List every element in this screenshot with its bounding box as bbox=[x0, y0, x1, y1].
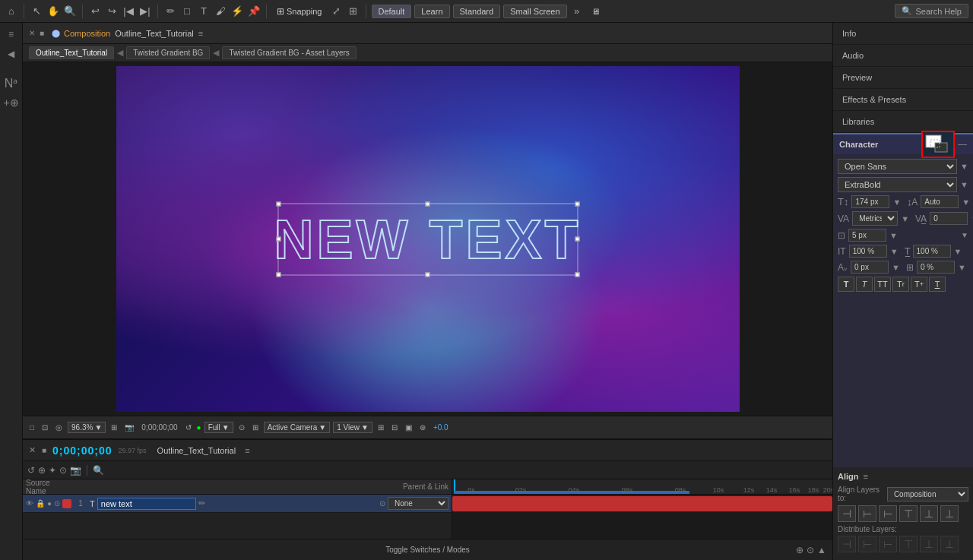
grid-icon[interactable]: ⊞ bbox=[347, 5, 360, 18]
small-screen-workspace-btn[interactable]: Small Screen bbox=[503, 5, 566, 18]
pen-tool[interactable]: ✏ bbox=[163, 5, 177, 18]
close-timeline-icon[interactable]: ✕ bbox=[29, 445, 36, 455]
leading-input[interactable] bbox=[921, 195, 959, 208]
breadcrumb-asset-layers[interactable]: Twisted Gradient BG - Asset Layers bbox=[222, 46, 356, 59]
handle-tr[interactable] bbox=[575, 201, 579, 206]
viewer-audio-btn[interactable]: ◎ bbox=[53, 422, 65, 432]
viewer-grid-btn[interactable]: ⊞ bbox=[376, 422, 386, 432]
tl-play-icon[interactable]: ↺ bbox=[27, 465, 35, 476]
text-tool[interactable]: T bbox=[197, 5, 211, 18]
zoom-dropdown[interactable]: 96.3% ▼ bbox=[68, 422, 106, 433]
text-smallcaps-btn[interactable]: Tr bbox=[892, 277, 909, 292]
vert-scale-input[interactable] bbox=[849, 245, 887, 258]
toggle-switches-btn[interactable]: Toggle Switches / Modes bbox=[385, 546, 470, 554]
parent-dropdown[interactable]: None bbox=[388, 497, 448, 510]
brush-tool[interactable]: 🖌 bbox=[214, 5, 227, 18]
workspace-btn[interactable]: ≡ bbox=[3, 26, 20, 43]
select-tool[interactable]: ↖ bbox=[30, 5, 43, 18]
standard-workspace-btn[interactable]: Standard bbox=[453, 5, 501, 18]
step-back-icon[interactable]: |◀ bbox=[122, 5, 135, 18]
audio-panel-item[interactable]: Audio bbox=[833, 45, 973, 67]
baseline-arrow[interactable]: ▼ bbox=[892, 263, 900, 272]
hand-tool[interactable]: ✋ bbox=[46, 5, 60, 18]
viewer-snap-btn[interactable]: □ bbox=[27, 422, 36, 432]
viewer-render-btn2[interactable]: ▣ bbox=[403, 422, 414, 432]
baseline-shift-input[interactable] bbox=[851, 261, 889, 274]
quality-dropdown[interactable]: Full ▼ bbox=[204, 422, 233, 433]
undo-icon[interactable]: ↩ bbox=[88, 5, 102, 18]
more-workspaces-icon[interactable]: » bbox=[570, 5, 584, 18]
align-menu-icon[interactable]: ≡ bbox=[864, 472, 868, 481]
collapse-icon[interactable]: ◀ bbox=[3, 46, 20, 62]
handle-br[interactable] bbox=[575, 272, 579, 277]
text-bold-btn[interactable]: T bbox=[838, 277, 854, 292]
reset-view-btn[interactable]: ⊞ bbox=[109, 422, 119, 432]
breadcrumb-outline[interactable]: Outline_Text_Tutorial bbox=[29, 46, 114, 59]
viewer-icon2[interactable]: ⊞ bbox=[250, 422, 261, 432]
stroke-type-dropdown[interactable]: ▼ bbox=[961, 231, 968, 239]
pin-tool[interactable]: 📌 bbox=[247, 5, 261, 18]
layer-options-btn[interactable]: ⊙ bbox=[807, 545, 814, 555]
align-to-dropdown[interactable]: Composition bbox=[887, 487, 968, 501]
redo-icon[interactable]: ↪ bbox=[105, 5, 119, 18]
layer-edit-icon[interactable]: ✏ bbox=[198, 498, 205, 508]
effects-presets-panel-item[interactable]: Effects & Presets bbox=[833, 89, 973, 111]
handle-bl[interactable] bbox=[276, 272, 280, 277]
text-italic-btn[interactable]: T bbox=[856, 277, 873, 292]
stroke-width-input[interactable] bbox=[848, 229, 886, 242]
tools-icon[interactable]: +⊕ bbox=[3, 94, 20, 111]
timeline-settings-icon[interactable]: ≡ bbox=[245, 446, 249, 455]
snapping-toggle[interactable]: ⊞ Snapping bbox=[272, 5, 327, 18]
dist-right-btn[interactable]: ⊢ bbox=[879, 536, 897, 552]
refresh-btn[interactable]: ↺ bbox=[183, 422, 194, 432]
layer-lock-icon[interactable]: 🔒 bbox=[36, 499, 45, 508]
align-vcenter-btn[interactable]: ⊥ bbox=[920, 505, 938, 522]
settings-icon[interactable]: ≡ bbox=[198, 29, 203, 38]
align-top-btn[interactable]: ⊤ bbox=[899, 505, 918, 522]
tl-camera-icon[interactable]: 📷 bbox=[70, 465, 81, 476]
kerning-dropdown[interactable]: Metrics bbox=[852, 211, 898, 226]
viewer-preview-btn[interactable]: ⊡ bbox=[40, 422, 50, 432]
add-layer-btn[interactable]: ⊕ bbox=[796, 545, 803, 555]
align-hcenter-btn[interactable]: ⊢ bbox=[858, 505, 876, 522]
dist-hcenter-btn[interactable]: ⊢ bbox=[858, 536, 876, 552]
layer-color-1[interactable] bbox=[62, 499, 71, 508]
learn-workspace-btn[interactable]: Learn bbox=[414, 5, 449, 18]
text-allcaps-btn[interactable]: TT bbox=[874, 277, 891, 292]
camera-dropdown[interactable]: Active Camera ▼ bbox=[264, 422, 330, 433]
dist-vcenter-btn[interactable]: ⊥ bbox=[920, 536, 938, 552]
vert-scale-arrow[interactable]: ▼ bbox=[890, 247, 899, 256]
tl-add-marker[interactable]: ⊕ bbox=[38, 465, 46, 476]
handle-tm[interactable] bbox=[426, 201, 430, 206]
handle-tl[interactable] bbox=[276, 201, 280, 206]
leading-dropdown-arrow[interactable]: ▼ bbox=[962, 198, 970, 207]
tracking-input[interactable] bbox=[930, 212, 968, 225]
libraries-panel-item[interactable]: Libraries bbox=[833, 111, 973, 133]
home-icon[interactable]: ⌂ bbox=[5, 5, 18, 18]
new-comp-icon[interactable]: Nᵃ bbox=[3, 74, 20, 91]
char-color-swatch-btn[interactable] bbox=[921, 131, 955, 158]
text-under-btn[interactable]: T bbox=[929, 277, 946, 292]
layer-eye-icon[interactable]: 👁 bbox=[26, 499, 33, 508]
tl-solo-icon[interactable]: ⊙ bbox=[59, 465, 67, 476]
layer-mask-icon[interactable]: ⊙ bbox=[379, 499, 385, 508]
views-dropdown[interactable]: 1 View ▼ bbox=[333, 422, 372, 433]
align-bottom-btn[interactable]: ⊥ bbox=[940, 505, 959, 522]
char-collapse-btn[interactable]: — bbox=[958, 139, 967, 150]
viewer-guide-btn[interactable]: ⊟ bbox=[389, 422, 400, 432]
tsume-input[interactable] bbox=[917, 261, 955, 274]
size-dropdown-arrow[interactable]: ▼ bbox=[892, 198, 901, 207]
zoom-tool[interactable]: 🔍 bbox=[63, 5, 77, 18]
text-super-btn[interactable]: T+ bbox=[911, 277, 927, 292]
layer-name-input[interactable] bbox=[97, 498, 196, 510]
align-right-btn[interactable]: ⊢ bbox=[879, 505, 897, 522]
font-size-input[interactable] bbox=[851, 195, 889, 208]
dist-top-btn[interactable]: ⊤ bbox=[899, 536, 918, 552]
preview-panel-item[interactable]: Preview bbox=[833, 67, 973, 89]
dist-left-btn[interactable]: ⊣ bbox=[838, 536, 856, 552]
search-help-box[interactable]: 🔍 Search Help bbox=[895, 4, 968, 18]
render-btn[interactable]: ⊙ bbox=[236, 422, 247, 432]
layer-row-1[interactable]: 👁 🔒 ● ⊙ 1 T ✏ ⊙ None bbox=[23, 495, 452, 513]
font-style-dropdown[interactable]: ExtraBold bbox=[838, 177, 957, 192]
timeline-expand-btn[interactable]: ▲ bbox=[817, 545, 826, 555]
